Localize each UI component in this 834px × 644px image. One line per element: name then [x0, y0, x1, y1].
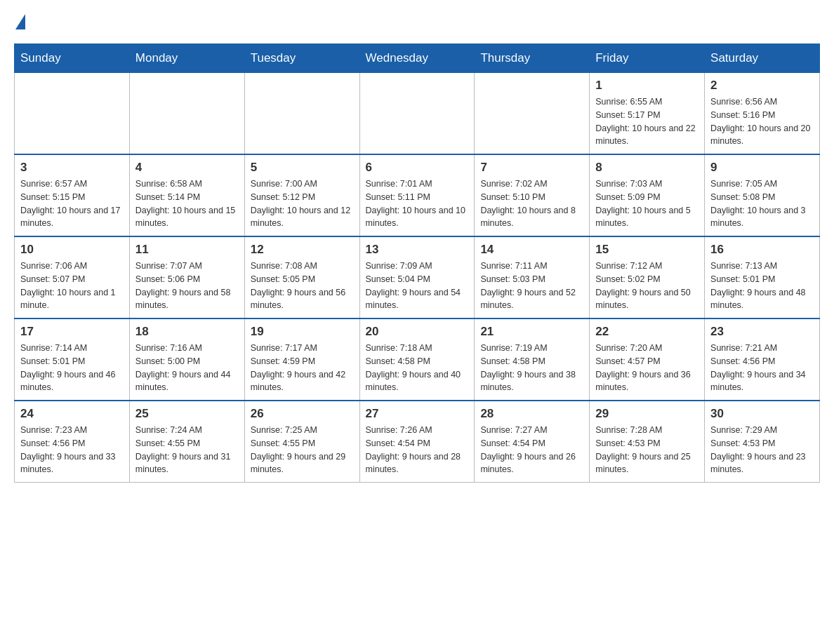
- day-info: Sunrise: 7:27 AMSunset: 4:54 PMDaylight:…: [480, 424, 583, 476]
- calendar-cell: [129, 73, 244, 155]
- calendar-cell: 1Sunrise: 6:55 AMSunset: 5:17 PMDaylight…: [590, 73, 705, 155]
- day-info: Sunrise: 7:16 AMSunset: 5:00 PMDaylight:…: [135, 342, 239, 394]
- day-info: Sunrise: 7:06 AMSunset: 5:07 PMDaylight:…: [20, 260, 124, 312]
- day-number: 10: [20, 243, 124, 257]
- day-info: Sunrise: 7:13 AMSunset: 5:01 PMDaylight:…: [710, 260, 814, 312]
- calendar-cell: 25Sunrise: 7:24 AMSunset: 4:55 PMDayligh…: [129, 401, 244, 483]
- calendar-cell: 14Sunrise: 7:11 AMSunset: 5:03 PMDayligh…: [475, 236, 590, 318]
- day-info: Sunrise: 7:29 AMSunset: 4:53 PMDaylight:…: [710, 424, 814, 476]
- day-info: Sunrise: 7:07 AMSunset: 5:06 PMDaylight:…: [135, 260, 239, 312]
- calendar-cell: 28Sunrise: 7:27 AMSunset: 4:54 PMDayligh…: [475, 401, 590, 483]
- calendar-cell: 10Sunrise: 7:06 AMSunset: 5:07 PMDayligh…: [15, 236, 130, 318]
- calendar-cell: 15Sunrise: 7:12 AMSunset: 5:02 PMDayligh…: [590, 236, 705, 318]
- calendar-cell: 2Sunrise: 6:56 AMSunset: 5:16 PMDaylight…: [705, 73, 820, 155]
- calendar-week-row: 24Sunrise: 7:23 AMSunset: 4:56 PMDayligh…: [15, 401, 820, 483]
- day-number: 25: [135, 407, 239, 421]
- day-info: Sunrise: 7:19 AMSunset: 4:58 PMDaylight:…: [480, 342, 583, 394]
- calendar-cell: [15, 73, 130, 155]
- day-number: 8: [595, 161, 699, 175]
- calendar-cell: 27Sunrise: 7:26 AMSunset: 4:54 PMDayligh…: [359, 401, 475, 483]
- calendar-cell: 26Sunrise: 7:25 AMSunset: 4:55 PMDayligh…: [244, 401, 359, 483]
- column-header-monday: Monday: [129, 44, 244, 73]
- calendar-cell: 8Sunrise: 7:03 AMSunset: 5:09 PMDaylight…: [590, 154, 705, 236]
- day-info: Sunrise: 7:23 AMSunset: 4:56 PMDaylight:…: [20, 424, 124, 476]
- calendar-cell: 12Sunrise: 7:08 AMSunset: 5:05 PMDayligh…: [244, 236, 359, 318]
- day-info: Sunrise: 7:25 AMSunset: 4:55 PMDaylight:…: [251, 424, 354, 476]
- column-header-sunday: Sunday: [15, 44, 130, 73]
- calendar-cell: 6Sunrise: 7:01 AMSunset: 5:11 PMDaylight…: [359, 154, 475, 236]
- day-number: 24: [20, 407, 124, 421]
- calendar-cell: [359, 73, 475, 155]
- day-info: Sunrise: 7:26 AMSunset: 4:54 PMDaylight:…: [366, 424, 469, 476]
- column-header-friday: Friday: [590, 44, 705, 73]
- day-number: 15: [595, 243, 699, 257]
- calendar-cell: 4Sunrise: 6:58 AMSunset: 5:14 PMDaylight…: [129, 154, 244, 236]
- calendar-cell: 3Sunrise: 6:57 AMSunset: 5:15 PMDaylight…: [15, 154, 130, 236]
- calendar-cell: 23Sunrise: 7:21 AMSunset: 4:56 PMDayligh…: [705, 318, 820, 401]
- day-info: Sunrise: 7:03 AMSunset: 5:09 PMDaylight:…: [595, 177, 699, 230]
- calendar-cell: 16Sunrise: 7:13 AMSunset: 5:01 PMDayligh…: [705, 236, 820, 318]
- calendar-cell: 18Sunrise: 7:16 AMSunset: 5:00 PMDayligh…: [129, 318, 244, 401]
- day-info: Sunrise: 7:02 AMSunset: 5:10 PMDaylight:…: [480, 177, 583, 230]
- logo: [14, 14, 27, 29]
- day-number: 30: [710, 407, 814, 421]
- calendar-cell: 11Sunrise: 7:07 AMSunset: 5:06 PMDayligh…: [129, 236, 244, 318]
- day-number: 27: [366, 407, 469, 421]
- day-number: 19: [251, 325, 354, 339]
- day-number: 6: [366, 161, 469, 175]
- page-header: [14, 14, 820, 29]
- day-number: 26: [251, 407, 354, 421]
- day-number: 11: [135, 243, 239, 257]
- day-info: Sunrise: 7:14 AMSunset: 5:01 PMDaylight:…: [20, 342, 124, 394]
- calendar-cell: 22Sunrise: 7:20 AMSunset: 4:57 PMDayligh…: [590, 318, 705, 401]
- day-info: Sunrise: 7:28 AMSunset: 4:53 PMDaylight:…: [595, 424, 699, 476]
- calendar-week-row: 1Sunrise: 6:55 AMSunset: 5:17 PMDaylight…: [15, 73, 820, 155]
- column-header-saturday: Saturday: [705, 44, 820, 73]
- calendar-cell: 24Sunrise: 7:23 AMSunset: 4:56 PMDayligh…: [15, 401, 130, 483]
- day-info: Sunrise: 7:21 AMSunset: 4:56 PMDaylight:…: [710, 342, 814, 394]
- day-number: 21: [480, 325, 583, 339]
- day-number: 20: [366, 325, 469, 339]
- day-info: Sunrise: 7:01 AMSunset: 5:11 PMDaylight:…: [366, 177, 469, 230]
- day-number: 18: [135, 325, 239, 339]
- day-number: 23: [710, 325, 814, 339]
- day-info: Sunrise: 7:11 AMSunset: 5:03 PMDaylight:…: [480, 260, 583, 312]
- day-number: 28: [480, 407, 583, 421]
- day-info: Sunrise: 6:56 AMSunset: 5:16 PMDaylight:…: [710, 95, 814, 148]
- column-header-tuesday: Tuesday: [244, 44, 359, 73]
- day-info: Sunrise: 7:08 AMSunset: 5:05 PMDaylight:…: [251, 260, 354, 312]
- calendar-cell: 5Sunrise: 7:00 AMSunset: 5:12 PMDaylight…: [244, 154, 359, 236]
- day-info: Sunrise: 6:58 AMSunset: 5:14 PMDaylight:…: [135, 177, 239, 230]
- day-info: Sunrise: 7:17 AMSunset: 4:59 PMDaylight:…: [251, 342, 354, 394]
- day-info: Sunrise: 7:00 AMSunset: 5:12 PMDaylight:…: [251, 177, 354, 230]
- day-number: 14: [480, 243, 583, 257]
- day-number: 29: [595, 407, 699, 421]
- calendar-cell: [475, 73, 590, 155]
- logo-triangle-icon: [15, 14, 25, 29]
- day-number: 9: [710, 161, 814, 175]
- calendar-cell: 13Sunrise: 7:09 AMSunset: 5:04 PMDayligh…: [359, 236, 475, 318]
- calendar-cell: 21Sunrise: 7:19 AMSunset: 4:58 PMDayligh…: [475, 318, 590, 401]
- day-info: Sunrise: 7:05 AMSunset: 5:08 PMDaylight:…: [710, 177, 814, 230]
- day-number: 5: [251, 161, 354, 175]
- day-number: 13: [366, 243, 469, 257]
- day-number: 12: [251, 243, 354, 257]
- day-number: 1: [595, 79, 699, 93]
- day-number: 4: [135, 161, 239, 175]
- day-number: 7: [480, 161, 583, 175]
- day-number: 17: [20, 325, 124, 339]
- column-header-wednesday: Wednesday: [359, 44, 475, 73]
- day-number: 3: [20, 161, 124, 175]
- day-info: Sunrise: 7:18 AMSunset: 4:58 PMDaylight:…: [366, 342, 469, 394]
- calendar-week-row: 3Sunrise: 6:57 AMSunset: 5:15 PMDaylight…: [15, 154, 820, 236]
- day-info: Sunrise: 7:12 AMSunset: 5:02 PMDaylight:…: [595, 260, 699, 312]
- calendar-table: SundayMondayTuesdayWednesdayThursdayFrid…: [14, 43, 820, 483]
- calendar-cell: 7Sunrise: 7:02 AMSunset: 5:10 PMDaylight…: [475, 154, 590, 236]
- calendar-header-row: SundayMondayTuesdayWednesdayThursdayFrid…: [15, 44, 820, 73]
- day-info: Sunrise: 7:09 AMSunset: 5:04 PMDaylight:…: [366, 260, 469, 312]
- day-info: Sunrise: 7:24 AMSunset: 4:55 PMDaylight:…: [135, 424, 239, 476]
- calendar-cell: [244, 73, 359, 155]
- column-header-thursday: Thursday: [475, 44, 590, 73]
- calendar-cell: 30Sunrise: 7:29 AMSunset: 4:53 PMDayligh…: [705, 401, 820, 483]
- day-number: 22: [595, 325, 699, 339]
